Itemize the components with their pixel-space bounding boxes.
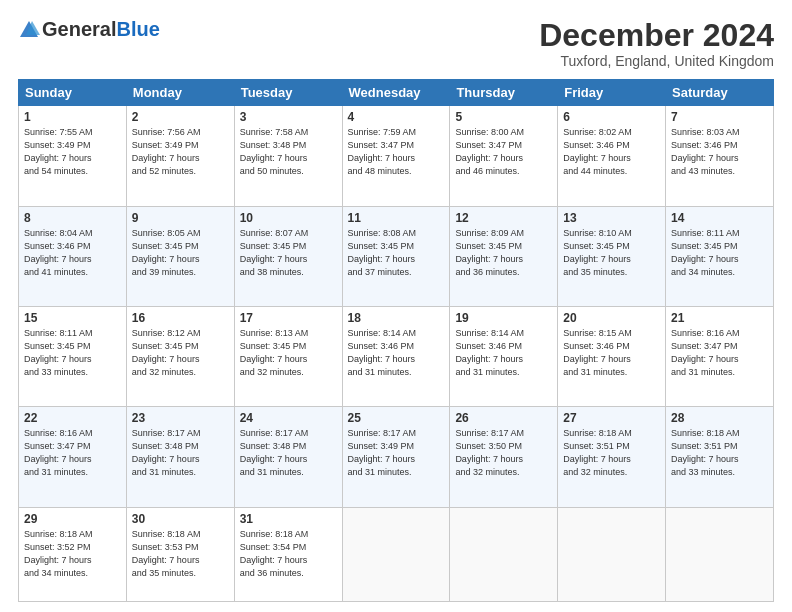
table-row: 9 Sunrise: 8:05 AMSunset: 3:45 PMDayligh…: [126, 206, 234, 306]
day-number: 16: [132, 311, 229, 325]
table-row: 7 Sunrise: 8:03 AMSunset: 3:46 PMDayligh…: [666, 106, 774, 206]
day-info: Sunrise: 8:18 AMSunset: 3:52 PMDaylight:…: [24, 529, 93, 578]
table-row: 11 Sunrise: 8:08 AMSunset: 3:45 PMDaylig…: [342, 206, 450, 306]
calendar-table: Sunday Monday Tuesday Wednesday Thursday…: [18, 79, 774, 602]
table-row: 28 Sunrise: 8:18 AMSunset: 3:51 PMDaylig…: [666, 407, 774, 507]
table-row: 20 Sunrise: 8:15 AMSunset: 3:46 PMDaylig…: [558, 306, 666, 406]
day-number: 15: [24, 311, 121, 325]
table-row: 21 Sunrise: 8:16 AMSunset: 3:47 PMDaylig…: [666, 306, 774, 406]
table-row: 12 Sunrise: 8:09 AMSunset: 3:45 PMDaylig…: [450, 206, 558, 306]
col-thursday: Thursday: [450, 80, 558, 106]
day-number: 6: [563, 110, 660, 124]
day-number: 24: [240, 411, 337, 425]
day-info: Sunrise: 8:04 AMSunset: 3:46 PMDaylight:…: [24, 228, 93, 277]
title-block: December 2024 Tuxford, England, United K…: [539, 18, 774, 69]
table-row: 30 Sunrise: 8:18 AMSunset: 3:53 PMDaylig…: [126, 507, 234, 602]
table-row: 5 Sunrise: 8:00 AMSunset: 3:47 PMDayligh…: [450, 106, 558, 206]
day-info: Sunrise: 8:15 AMSunset: 3:46 PMDaylight:…: [563, 328, 632, 377]
table-row: 29 Sunrise: 8:18 AMSunset: 3:52 PMDaylig…: [19, 507, 127, 602]
table-row: [666, 507, 774, 602]
table-row: [342, 507, 450, 602]
location-subtitle: Tuxford, England, United Kingdom: [539, 53, 774, 69]
table-row: 19 Sunrise: 8:14 AMSunset: 3:46 PMDaylig…: [450, 306, 558, 406]
table-row: 27 Sunrise: 8:18 AMSunset: 3:51 PMDaylig…: [558, 407, 666, 507]
table-row: 2 Sunrise: 7:56 AMSunset: 3:49 PMDayligh…: [126, 106, 234, 206]
day-number: 2: [132, 110, 229, 124]
table-row: 24 Sunrise: 8:17 AMSunset: 3:48 PMDaylig…: [234, 407, 342, 507]
table-row: 10 Sunrise: 8:07 AMSunset: 3:45 PMDaylig…: [234, 206, 342, 306]
col-tuesday: Tuesday: [234, 80, 342, 106]
table-row: 18 Sunrise: 8:14 AMSunset: 3:46 PMDaylig…: [342, 306, 450, 406]
table-row: 1 Sunrise: 7:55 AMSunset: 3:49 PMDayligh…: [19, 106, 127, 206]
day-info: Sunrise: 8:03 AMSunset: 3:46 PMDaylight:…: [671, 127, 740, 176]
day-number: 22: [24, 411, 121, 425]
day-number: 1: [24, 110, 121, 124]
day-number: 12: [455, 211, 552, 225]
table-row: [450, 507, 558, 602]
col-saturday: Saturday: [666, 80, 774, 106]
day-number: 20: [563, 311, 660, 325]
calendar-header-row: Sunday Monday Tuesday Wednesday Thursday…: [19, 80, 774, 106]
day-info: Sunrise: 8:16 AMSunset: 3:47 PMDaylight:…: [24, 428, 93, 477]
table-row: 31 Sunrise: 8:18 AMSunset: 3:54 PMDaylig…: [234, 507, 342, 602]
day-number: 25: [348, 411, 445, 425]
day-number: 7: [671, 110, 768, 124]
day-number: 14: [671, 211, 768, 225]
day-info: Sunrise: 8:17 AMSunset: 3:49 PMDaylight:…: [348, 428, 417, 477]
day-number: 18: [348, 311, 445, 325]
table-row: 6 Sunrise: 8:02 AMSunset: 3:46 PMDayligh…: [558, 106, 666, 206]
day-info: Sunrise: 7:56 AMSunset: 3:49 PMDaylight:…: [132, 127, 201, 176]
day-info: Sunrise: 8:18 AMSunset: 3:54 PMDaylight:…: [240, 529, 309, 578]
day-number: 30: [132, 512, 229, 526]
day-info: Sunrise: 8:18 AMSunset: 3:53 PMDaylight:…: [132, 529, 201, 578]
day-number: 31: [240, 512, 337, 526]
day-info: Sunrise: 8:02 AMSunset: 3:46 PMDaylight:…: [563, 127, 632, 176]
table-row: 16 Sunrise: 8:12 AMSunset: 3:45 PMDaylig…: [126, 306, 234, 406]
day-number: 10: [240, 211, 337, 225]
col-friday: Friday: [558, 80, 666, 106]
logo: GeneralBlue: [18, 18, 160, 41]
day-info: Sunrise: 8:14 AMSunset: 3:46 PMDaylight:…: [348, 328, 417, 377]
day-number: 3: [240, 110, 337, 124]
table-row: 8 Sunrise: 8:04 AMSunset: 3:46 PMDayligh…: [19, 206, 127, 306]
day-info: Sunrise: 8:18 AMSunset: 3:51 PMDaylight:…: [671, 428, 740, 477]
day-info: Sunrise: 8:07 AMSunset: 3:45 PMDaylight:…: [240, 228, 309, 277]
day-info: Sunrise: 8:13 AMSunset: 3:45 PMDaylight:…: [240, 328, 309, 377]
day-number: 23: [132, 411, 229, 425]
day-number: 21: [671, 311, 768, 325]
day-info: Sunrise: 8:17 AMSunset: 3:48 PMDaylight:…: [132, 428, 201, 477]
day-number: 4: [348, 110, 445, 124]
table-row: 13 Sunrise: 8:10 AMSunset: 3:45 PMDaylig…: [558, 206, 666, 306]
day-info: Sunrise: 8:12 AMSunset: 3:45 PMDaylight:…: [132, 328, 201, 377]
day-number: 29: [24, 512, 121, 526]
day-number: 26: [455, 411, 552, 425]
logo-general-text: General: [42, 18, 116, 41]
day-info: Sunrise: 8:18 AMSunset: 3:51 PMDaylight:…: [563, 428, 632, 477]
day-info: Sunrise: 8:10 AMSunset: 3:45 PMDaylight:…: [563, 228, 632, 277]
day-info: Sunrise: 8:08 AMSunset: 3:45 PMDaylight:…: [348, 228, 417, 277]
day-number: 11: [348, 211, 445, 225]
table-row: 26 Sunrise: 8:17 AMSunset: 3:50 PMDaylig…: [450, 407, 558, 507]
col-sunday: Sunday: [19, 80, 127, 106]
table-row: 23 Sunrise: 8:17 AMSunset: 3:48 PMDaylig…: [126, 407, 234, 507]
day-info: Sunrise: 8:11 AMSunset: 3:45 PMDaylight:…: [24, 328, 93, 377]
month-title: December 2024: [539, 18, 774, 53]
day-number: 5: [455, 110, 552, 124]
day-info: Sunrise: 8:17 AMSunset: 3:48 PMDaylight:…: [240, 428, 309, 477]
day-info: Sunrise: 8:14 AMSunset: 3:46 PMDaylight:…: [455, 328, 524, 377]
day-info: Sunrise: 8:17 AMSunset: 3:50 PMDaylight:…: [455, 428, 524, 477]
table-row: 15 Sunrise: 8:11 AMSunset: 3:45 PMDaylig…: [19, 306, 127, 406]
logo-blue-text: Blue: [116, 18, 159, 41]
day-number: 9: [132, 211, 229, 225]
day-info: Sunrise: 8:11 AMSunset: 3:45 PMDaylight:…: [671, 228, 740, 277]
table-row: 3 Sunrise: 7:58 AMSunset: 3:48 PMDayligh…: [234, 106, 342, 206]
day-info: Sunrise: 8:00 AMSunset: 3:47 PMDaylight:…: [455, 127, 524, 176]
day-number: 17: [240, 311, 337, 325]
day-number: 19: [455, 311, 552, 325]
table-row: [558, 507, 666, 602]
col-wednesday: Wednesday: [342, 80, 450, 106]
day-info: Sunrise: 8:09 AMSunset: 3:45 PMDaylight:…: [455, 228, 524, 277]
day-info: Sunrise: 8:05 AMSunset: 3:45 PMDaylight:…: [132, 228, 201, 277]
day-number: 28: [671, 411, 768, 425]
col-monday: Monday: [126, 80, 234, 106]
